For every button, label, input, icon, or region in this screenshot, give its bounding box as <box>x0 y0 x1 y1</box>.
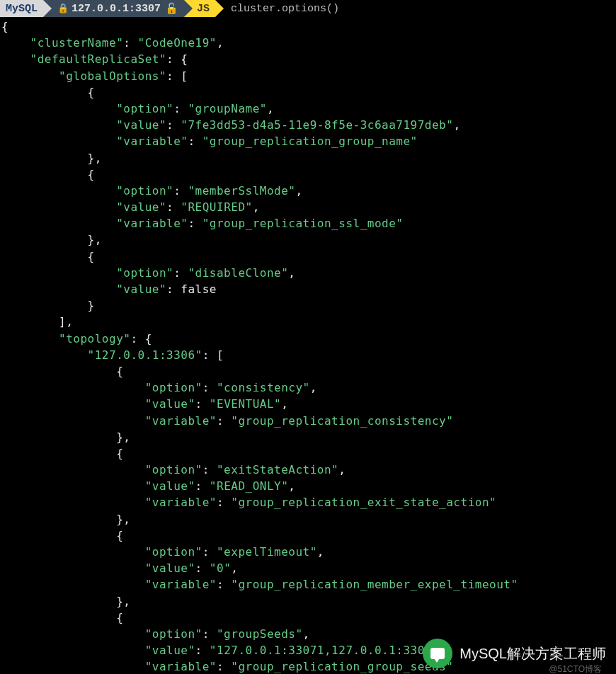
arrow-icon <box>215 0 224 17</box>
command-text: cluster.options() <box>231 3 339 15</box>
arrow-icon <box>184 0 193 17</box>
arrow-icon <box>43 0 52 17</box>
wechat-icon <box>423 639 452 668</box>
json-output: { "clusterName": "CodeOne19", "defaultRe… <box>0 17 616 674</box>
prompt-mysql-badge: MySQL <box>0 0 43 17</box>
mysql-label: MySQL <box>6 3 38 15</box>
prompt-host-segment: 🔒 127.0.0.1:3307 🔓 <box>43 0 184 17</box>
mode-label: JS <box>197 3 210 15</box>
lock-icon: 🔓 <box>165 2 178 16</box>
prompt-command-segment[interactable]: cluster.options() <box>215 0 345 17</box>
watermark-subtext: @51CTO博客 <box>549 663 602 674</box>
prompt-mode-segment: JS <box>184 0 215 17</box>
watermark-text: MySQL解决方案工程师 <box>460 644 606 663</box>
ssl-icon: 🔒 <box>57 3 67 14</box>
shell-prompt: MySQL 🔒 127.0.0.1:3307 🔓 JS cluster.opti… <box>0 0 616 17</box>
host-text: 127.0.0.1:3307 <box>72 3 161 15</box>
watermark: MySQL解决方案工程师 @51CTO博客 <box>423 639 606 668</box>
